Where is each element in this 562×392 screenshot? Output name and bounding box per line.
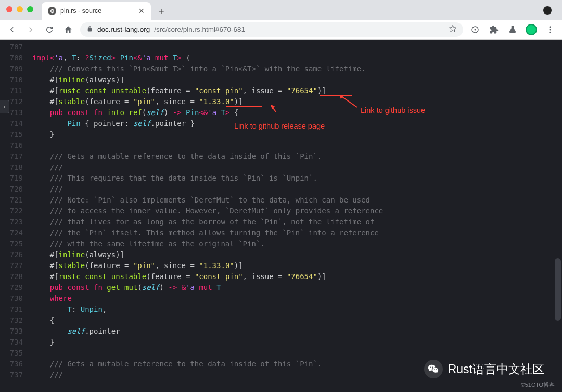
code-line: 732 { — [0, 315, 562, 326]
code-line: 726 #[inline(always)] — [0, 249, 562, 260]
code-line: 731 T: Unpin, — [0, 304, 562, 315]
code-viewport: › 707 708impl<'a, T: ?Sized> Pin<&'a mut… — [0, 40, 562, 392]
forward-button[interactable] — [24, 23, 37, 36]
line-content: #[rustc_const_unstable(feature = "const_… — [32, 85, 326, 96]
svg-point-4 — [550, 31, 551, 33]
line-number: 720 — [0, 184, 32, 195]
back-button[interactable] — [5, 23, 19, 36]
line-content: #[stable(feature = "pin", since = "1.33.… — [32, 96, 243, 107]
line-number: 731 — [0, 304, 32, 315]
line-number: 733 — [0, 326, 32, 337]
line-number: 709 — [0, 64, 32, 74]
line-content: /// — [32, 370, 63, 381]
line-content — [32, 140, 36, 151]
code-line: 734 } — [0, 337, 562, 348]
extension-circle-icon[interactable] — [468, 23, 482, 36]
tab-title: pin.rs - source — [60, 7, 101, 15]
kebab-menu-icon[interactable] — [543, 23, 557, 36]
extension-flask-icon[interactable] — [506, 23, 519, 36]
url-domain: doc.rust-lang.org — [97, 26, 150, 33]
wechat-icon — [424, 360, 443, 378]
code-line: 727 #[stable(feature = "pin", since = "1… — [0, 260, 562, 271]
window-titlebar: ⚙ pin.rs - source ✕ ＋ — [0, 0, 562, 20]
code-line: 710 #[inline(always)] — [0, 74, 562, 85]
code-line: 718 /// — [0, 162, 562, 173]
watermark: Rust语言中文社区 — [424, 360, 544, 378]
line-number: 732 — [0, 315, 32, 326]
code-line: 716 — [0, 140, 562, 151]
minimize-window-button[interactable] — [17, 6, 23, 12]
line-number: 730 — [0, 293, 32, 304]
line-number: 734 — [0, 337, 32, 348]
line-number: 728 — [0, 271, 32, 282]
profile-avatar[interactable] — [543, 6, 552, 15]
address-bar[interactable]: doc.rust-lang.org/src/core/pin.rs.html#6… — [80, 22, 463, 37]
code-line: 725 /// with the same lifetime as the or… — [0, 238, 562, 249]
close-tab-button[interactable]: ✕ — [138, 7, 145, 15]
line-number: 725 — [0, 238, 32, 249]
line-content: self.pointer — [32, 326, 120, 337]
line-number: 735 — [0, 348, 32, 359]
extensions-icon[interactable] — [487, 23, 501, 36]
line-content: #[stable(feature = "pin", since = "1.33.… — [32, 260, 243, 271]
line-number: 719 — [0, 173, 32, 184]
line-number: 736 — [0, 359, 32, 370]
code-line: 728 #[rustc_const_unstable(feature = "co… — [0, 271, 562, 282]
line-content: #[inline(always)] — [32, 249, 124, 260]
line-content: } — [32, 129, 54, 140]
line-content — [32, 348, 36, 359]
line-content: /// Gets a mutable reference to the data… — [32, 151, 322, 162]
code-line: 721 /// Note: `Pin` also implements `Der… — [0, 195, 562, 206]
vertical-scrollbar-thumb[interactable] — [555, 258, 561, 321]
svg-marker-6 — [339, 95, 344, 99]
line-content: /// to access the inner value. However, … — [32, 206, 383, 217]
line-number: 715 — [0, 129, 32, 140]
code-line: 730 where — [0, 293, 562, 304]
line-number: 722 — [0, 206, 32, 217]
attribution-text: ©51CTO博客 — [521, 381, 555, 389]
close-window-button[interactable] — [6, 6, 12, 12]
code-scroll-area[interactable]: 707 708impl<'a, T: ?Sized> Pin<&'a mut T… — [0, 40, 562, 392]
line-content: } — [32, 337, 54, 348]
browser-tab[interactable]: ⚙ pin.rs - source ✕ — [42, 2, 151, 20]
url-path: /src/core/pin.rs.html#670-681 — [154, 26, 245, 33]
line-number: 724 — [0, 227, 32, 238]
reload-button[interactable] — [43, 23, 56, 36]
line-content: #[inline(always)] — [32, 74, 124, 85]
line-content — [32, 42, 36, 53]
line-number: 723 — [0, 217, 32, 227]
line-number: 714 — [0, 118, 32, 129]
line-content: impl<'a, T: ?Sized> Pin<&'a mut T> { — [32, 53, 190, 64]
line-content: pub const fn into_ref(self) -> Pin<&'a T… — [32, 107, 238, 118]
new-tab-button[interactable]: ＋ — [154, 4, 169, 18]
line-number: 711 — [0, 85, 32, 96]
extension-badge-icon[interactable] — [525, 23, 538, 36]
line-content: /// — [32, 162, 63, 173]
line-number: 721 — [0, 195, 32, 206]
code-line: 717 /// Gets a mutable reference to the … — [0, 151, 562, 162]
line-number: 729 — [0, 282, 32, 293]
tab-favicon: ⚙ — [48, 7, 56, 15]
code-line: 715 } — [0, 129, 562, 140]
code-line: 722 /// to access the inner value. Howev… — [0, 206, 562, 217]
line-number: 717 — [0, 151, 32, 162]
svg-marker-5 — [271, 105, 275, 109]
home-button[interactable] — [61, 23, 75, 36]
annotation-text-release: Link to github release page — [234, 122, 325, 130]
line-content: /// Converts this `Pin<&mut T>` into a `… — [32, 64, 366, 74]
code-line: 711 #[rustc_const_unstable(feature = "co… — [0, 85, 562, 96]
line-content: /// with the same lifetime as the origin… — [32, 238, 265, 249]
source-code: 707 708impl<'a, T: ?Sized> Pin<&'a mut T… — [0, 40, 562, 392]
maximize-window-button[interactable] — [27, 6, 33, 12]
watermark-text: Rust语言中文社区 — [448, 361, 544, 377]
star-icon[interactable] — [449, 24, 457, 34]
line-content: /// Gets a mutable reference to the data… — [32, 359, 322, 370]
code-line: 735 — [0, 348, 562, 359]
line-number: 718 — [0, 162, 32, 173]
line-number: 727 — [0, 260, 32, 271]
code-line: 724 /// the `Pin` itself. This method al… — [0, 227, 562, 238]
line-number: 726 — [0, 249, 32, 260]
code-line: 719 /// This requires that the data insi… — [0, 173, 562, 184]
annotation-underline-version — [226, 106, 262, 107]
svg-point-1 — [475, 29, 476, 30]
